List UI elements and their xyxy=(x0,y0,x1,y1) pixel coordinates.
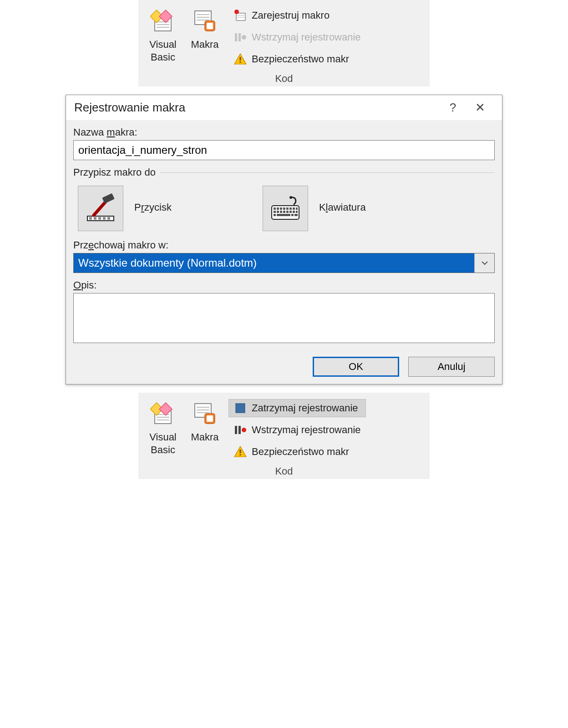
close-button[interactable]: ✕ xyxy=(467,101,494,115)
svg-rect-42 xyxy=(283,211,285,213)
store-in-value: Wszystkie dokumenty (Normal.dotm) xyxy=(74,253,474,273)
svg-rect-46 xyxy=(296,211,298,213)
svg-rect-45 xyxy=(293,211,295,213)
store-in-label: Przechowaj makro w: xyxy=(73,239,495,251)
pause-icon-2 xyxy=(233,423,247,437)
macros-button[interactable]: Makra xyxy=(184,5,226,51)
svg-point-67 xyxy=(242,428,246,432)
svg-rect-66 xyxy=(238,426,241,434)
assign-to-keyboard[interactable] xyxy=(263,186,308,231)
record-icon xyxy=(233,9,247,22)
svg-rect-40 xyxy=(277,211,279,213)
svg-rect-21 xyxy=(240,61,241,63)
ok-button[interactable]: OK xyxy=(313,357,399,377)
svg-point-18 xyxy=(242,35,246,40)
svg-rect-27 xyxy=(107,217,110,220)
svg-rect-39 xyxy=(274,211,276,213)
svg-rect-69 xyxy=(240,450,241,453)
svg-rect-24 xyxy=(94,217,96,220)
svg-rect-41 xyxy=(280,211,282,213)
macro-security-button-2[interactable]: Bezpieczeństwo makr xyxy=(228,443,366,461)
assign-to-button-label: Przycisk xyxy=(134,202,172,213)
ribbon-code-group-before: Visual Basic Makra xyxy=(138,0,430,86)
warning-icon-2 xyxy=(233,445,247,459)
description-label: Opis: xyxy=(73,279,495,291)
visual-basic-label: Visual Basic xyxy=(149,38,177,63)
svg-rect-11 xyxy=(207,23,213,29)
svg-rect-70 xyxy=(240,454,241,455)
description-input[interactable] xyxy=(73,293,495,343)
svg-rect-34 xyxy=(283,207,285,210)
macros-button-2[interactable]: Makra xyxy=(184,397,226,444)
svg-rect-25 xyxy=(98,217,101,220)
svg-rect-36 xyxy=(289,207,292,210)
pause-recording-button-2[interactable]: Wstrzymaj rejestrowanie xyxy=(228,421,366,439)
record-macro-label: Zarejestruj makro xyxy=(252,10,330,21)
assign-section-header: Przypisz makro do xyxy=(73,167,495,178)
macro-security-label: Bezpieczeństwo makr xyxy=(252,53,349,65)
svg-rect-43 xyxy=(286,211,289,213)
svg-rect-47 xyxy=(274,214,276,216)
visual-basic-icon xyxy=(148,6,178,35)
svg-rect-32 xyxy=(277,207,279,210)
dialog-title: Rejestrowanie makra xyxy=(74,101,439,115)
svg-rect-65 xyxy=(235,426,237,434)
visual-basic-button[interactable]: Visual Basic xyxy=(142,5,184,63)
svg-point-15 xyxy=(234,10,239,14)
record-macro-dialog: Rejestrowanie makra ? ✕ Nazwa makra: Prz… xyxy=(66,95,502,384)
svg-rect-48 xyxy=(277,214,290,216)
svg-rect-63 xyxy=(207,415,213,422)
assign-to-button[interactable] xyxy=(78,186,123,231)
hammer-icon xyxy=(85,192,117,224)
macro-name-label: Nazwa makra: xyxy=(73,126,495,138)
svg-rect-64 xyxy=(236,404,245,413)
stop-recording-label: Zatrzymaj rejestrowanie xyxy=(252,402,358,414)
svg-rect-50 xyxy=(294,214,298,216)
macros-label: Makra xyxy=(191,38,218,51)
svg-rect-16 xyxy=(235,33,237,41)
macros-icon xyxy=(190,6,219,35)
macros-icon-2 xyxy=(190,399,219,428)
warning-icon xyxy=(233,52,247,66)
svg-point-51 xyxy=(289,196,292,199)
pause-recording-label: Wstrzymaj rejestrowanie xyxy=(252,31,361,43)
cancel-button[interactable]: Anuluj xyxy=(408,357,495,377)
pause-recording-button: Wstrzymaj rejestrowanie xyxy=(228,28,366,46)
pause-recording-label-2: Wstrzymaj rejestrowanie xyxy=(252,424,361,436)
record-macro-button[interactable]: Zarejestruj makro xyxy=(228,6,366,25)
assign-to-keyboard-label: Klawiatura xyxy=(319,202,366,213)
stop-icon xyxy=(233,401,247,415)
ribbon-group-label: Kod xyxy=(142,73,426,85)
keyboard-icon xyxy=(269,192,302,225)
chevron-down-icon xyxy=(474,253,494,273)
macros-label-2: Makra xyxy=(191,431,218,444)
visual-basic-icon-2 xyxy=(148,399,178,428)
visual-basic-label-2: Visual Basic xyxy=(149,431,177,456)
dialog-titlebar: Rejestrowanie makra ? ✕ xyxy=(66,95,502,120)
macro-name-input[interactable] xyxy=(73,140,495,160)
macro-security-label-2: Bezpieczeństwo makr xyxy=(252,446,349,458)
store-in-dropdown[interactable]: Wszystkie dokumenty (Normal.dotm) xyxy=(73,253,495,273)
svg-rect-49 xyxy=(291,214,294,216)
svg-rect-37 xyxy=(293,207,295,210)
svg-rect-35 xyxy=(286,207,289,210)
help-button[interactable]: ? xyxy=(439,101,467,115)
svg-rect-33 xyxy=(280,207,282,210)
ribbon-code-group-after: Visual Basic Makra xyxy=(138,393,430,479)
ribbon-group-label-2: Kod xyxy=(142,465,426,477)
svg-rect-20 xyxy=(240,57,241,61)
svg-rect-38 xyxy=(296,207,298,210)
svg-rect-17 xyxy=(238,33,241,41)
macro-security-button[interactable]: Bezpieczeństwo makr xyxy=(228,50,366,68)
svg-rect-26 xyxy=(103,217,106,220)
svg-rect-31 xyxy=(274,207,276,210)
svg-rect-44 xyxy=(289,211,292,213)
pause-icon xyxy=(233,30,247,44)
visual-basic-button-2[interactable]: Visual Basic xyxy=(142,397,184,456)
svg-rect-23 xyxy=(89,217,92,220)
stop-recording-button[interactable]: Zatrzymaj rejestrowanie xyxy=(228,399,366,417)
svg-rect-12 xyxy=(236,13,245,20)
